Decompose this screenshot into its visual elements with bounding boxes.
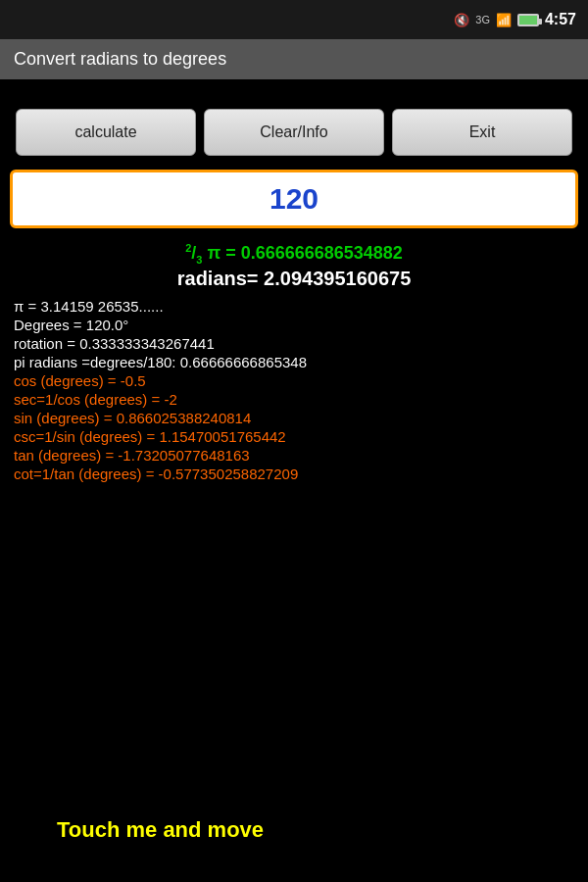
- title-bar: Convert radians to degrees: [0, 39, 588, 79]
- result-fraction-pi: 2/3 π = 0.666666686534882: [14, 242, 574, 266]
- result-csc: csc=1/sin (degrees) = 1.15470051765442: [14, 428, 574, 445]
- result-pi-radians: pi radians =degrees/180: 0.6666666686534…: [14, 354, 574, 370]
- result-radians: radians= 2.094395160675: [14, 268, 574, 290]
- title-text: Convert radians to degrees: [14, 49, 226, 69]
- result-rotation: rotation = 0.333333343267441: [14, 335, 574, 352]
- status-icons: 🔇 3G 📶 4:57: [454, 11, 576, 28]
- result-sin: sin (degrees) = 0.866025388240814: [14, 410, 574, 426]
- degrees-input[interactable]: [26, 182, 562, 216]
- exit-button[interactable]: Exit: [392, 109, 572, 156]
- result-pi-value: π = 3.14159 26535......: [14, 298, 574, 315]
- clock: 4:57: [545, 11, 576, 28]
- result-sec: sec=1/cos (degrees) = -2: [14, 391, 574, 408]
- input-container: [10, 170, 578, 228]
- battery-icon: [517, 14, 539, 26]
- buttons-row: calculate Clear/Info Exit: [0, 109, 588, 156]
- clear-info-button[interactable]: Clear/Info: [204, 109, 384, 156]
- result-cot: cot=1/tan (degrees) = -0.577350258827209: [14, 466, 574, 482]
- signal-icon: 📶: [496, 13, 512, 27]
- touch-label[interactable]: Touch me and move: [57, 817, 264, 843]
- data-icon: 3G: [475, 14, 490, 25]
- result-tan: tan (degrees) = -1.73205077648163: [14, 447, 574, 464]
- result-cos: cos (degrees) = -0.5: [14, 372, 574, 389]
- status-bar: 🔇 3G 📶 4:57: [0, 0, 588, 39]
- calculate-button[interactable]: calculate: [16, 109, 196, 156]
- results-area: 2/3 π = 0.666666686534882 radians= 2.094…: [0, 238, 588, 488]
- result-degrees: Degrees = 120.0°: [14, 317, 574, 333]
- mute-icon: 🔇: [454, 13, 469, 27]
